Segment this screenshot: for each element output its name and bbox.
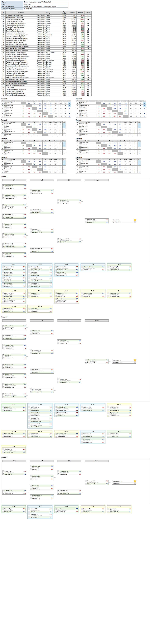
player-a: Кутиков К. А.3:2 — [2, 406, 26, 408]
place: 26 — [84, 94, 92, 96]
points: 5 — [58, 131, 62, 134]
place: 31 — [84, 40, 92, 42]
final-section: Финал 31/81/41/2Финал8Гудим Е. И.1:39:11… — [1, 456, 149, 520]
row-number: 8 — [1, 28, 6, 30]
score-cell: 0:2 — [21, 128, 26, 131]
participant-name: Глоток В. В. — [30, 508, 48, 510]
match-score: 1:3 — [100, 406, 105, 408]
match-score: 0:3 — [48, 406, 52, 408]
player-a: Щипалов Р. Д.1:3 — [28, 282, 52, 284]
score-cell: 2:1 — [101, 102, 107, 104]
match: 5Кириенко М. А.3:111:8, 11:9, 9:11, 11:6… — [2, 344, 26, 349]
set-scores: 9:11, 11:8, 8:11, 9:11 — [2, 510, 26, 511]
rating: 698.90 — [68, 14, 76, 16]
delta: 0.27 — [76, 38, 84, 40]
self-cell — [118, 152, 123, 155]
player-a: 2Ибрагимов В. Э.3:1 — [30, 494, 54, 496]
birth-year: 1993 — [60, 80, 68, 82]
place: 11 — [84, 30, 92, 32]
score-cell: 0:2 — [101, 115, 107, 118]
table-row: 3Кириенко М. А.547.010:20:22:02:02:24:46… — [1, 147, 66, 150]
seed: 9 — [2, 338, 4, 340]
score-cell: 2:0 — [123, 104, 128, 107]
table-row: 5Цень С.290.001:20:20:21:20:42:845 — [1, 171, 66, 174]
points: 7 — [63, 110, 68, 112]
column-header: № — [76, 100, 79, 102]
seed — [55, 301, 56, 303]
info-label: Турнир — [1, 1, 23, 3]
match: Кутиков К. А.3:211:9, 8:11, 11:7, 9:11, … — [2, 406, 26, 411]
participant-name: Аметов Н. Р. — [56, 272, 74, 273]
set-scores: 11:9, 8:11, 11:6, 9:11, 11:7 — [2, 196, 26, 197]
match-score: 3:1 — [50, 232, 54, 233]
player-b: 9Глоток В. В.0:3 — [30, 468, 54, 470]
match-score: 0:3 — [22, 256, 26, 257]
delta: 45.33 — [76, 86, 84, 88]
player-b: 15Маличенко В. В.3:2 — [58, 381, 81, 383]
score-cell: 1:2 — [96, 112, 101, 115]
seed: 6 — [2, 374, 4, 375]
participant-name: Удалов В. Д. — [60, 474, 77, 475]
match-score: 2:3 — [100, 269, 105, 270]
column-header: О. — [138, 100, 143, 102]
self-cell — [123, 115, 128, 118]
player-b: Передков А. А.1:3 — [2, 436, 26, 438]
sets: 7:3 — [128, 163, 133, 166]
seed: 9 — [30, 468, 32, 470]
row-number: 27 — [1, 65, 6, 67]
set-scores: 11:7, 11:9, 11:8 — [28, 310, 52, 311]
seed — [108, 511, 109, 512]
participant-name: Шаляпина Т. С. — [4, 384, 22, 385]
table-row: 30Старостин Максим ВладимировичТомская о… — [1, 71, 92, 73]
player-a: 1Гришаев П. М.3:1 — [58, 199, 81, 201]
round-headers: 1/81/41/2Финал — [2, 179, 148, 181]
city: Томская обл., Томск — [36, 94, 60, 96]
participant-name: Карниев С. Д. — [32, 498, 50, 499]
score-cell: 1:2 — [26, 168, 32, 171]
participant-name: Кутиков Кирилл Александрович — [6, 54, 36, 55]
participant-name: Кравченко Р. А. — [30, 406, 48, 408]
seed — [81, 433, 83, 434]
round-label: Финал — [85, 179, 109, 181]
points: 8 — [133, 123, 138, 126]
place: 2 — [68, 104, 71, 107]
city: Томская обл., Северск — [36, 63, 60, 65]
player-b: Ромадов В. В.3:1 — [2, 295, 26, 297]
delta: 0.00 — [76, 28, 84, 30]
participant-name: Кузин М. А. — [112, 219, 134, 221]
seed: 15 — [30, 391, 32, 393]
participant-name: Карниев Степан Дмитриевич — [6, 36, 36, 38]
seed — [108, 406, 109, 408]
games: 0:5 — [54, 115, 58, 118]
player-b: 6Шевцов О. Г.3:2 — [30, 372, 54, 374]
bracket: 1Гришаев П. М.3:011:4, 11:6, 11:816Старо… — [2, 182, 148, 260]
sets: 4:4 — [53, 166, 58, 168]
table-row: 4Шаляпина Т. С.457.440:21:20:22:11:33:75… — [1, 150, 66, 152]
self-cell — [48, 115, 54, 118]
participant-name: Глоток В. В. — [32, 468, 50, 470]
row-number: 14 — [1, 40, 6, 42]
match: Передков А. А.1:39:11, 11:9, 7:11, 8:11П… — [28, 417, 52, 422]
score-cell: 1:2 — [37, 152, 42, 155]
match-score: 2:3 — [22, 448, 26, 450]
match-score: 3:1 — [127, 410, 131, 411]
place: 4 — [62, 150, 66, 152]
participant-name: Кондаков С. Ю. — [32, 369, 50, 370]
score-cell: 0:2 — [107, 110, 112, 112]
rating: 343.71 — [68, 36, 76, 38]
participant-name: Оболтин Е. А. — [4, 325, 22, 327]
participant-name: Даминов Р. Д. — [56, 296, 74, 297]
points: 7 — [133, 163, 138, 166]
row-number: 2 — [1, 126, 4, 128]
participant-name: Тавров А. А. — [83, 511, 100, 512]
participant-name: Шаляпина Т. С. — [4, 452, 22, 453]
match: 1Оболтин Е. А.3:011:7, 11:5, 11:89Тихонк… — [30, 330, 54, 335]
player-b: Даминов Р. Д.0:3 — [55, 295, 78, 297]
score-cell: 0:2 — [37, 115, 42, 118]
final-section: Финал 11/81/41/2Финал1Гришаев П. М.3:011… — [1, 176, 149, 314]
seed — [28, 426, 30, 428]
seed: 15 — [2, 396, 4, 398]
match-score: 1:3 — [22, 286, 26, 287]
participant-name: Кравченко Роман Алексеевич — [6, 48, 36, 50]
points: 9 — [63, 104, 68, 107]
